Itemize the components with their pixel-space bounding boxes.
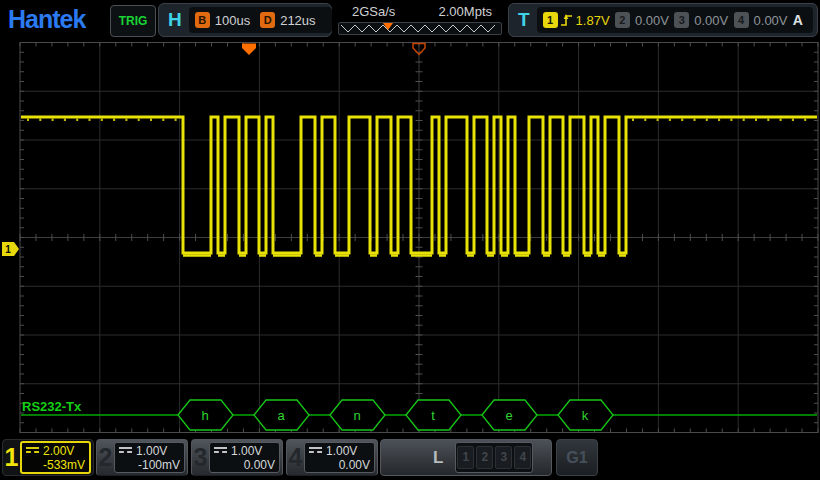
channel1-dc-coupling-icon	[26, 447, 39, 456]
channel2-dc-coupling-icon	[119, 447, 132, 456]
decoded-character: h	[201, 408, 208, 423]
channel4-panel[interactable]: 4 1.00V 0.00V	[286, 439, 378, 476]
channel3-scale: 1.00V	[231, 444, 262, 458]
delay-icon: D	[260, 12, 275, 28]
logic-channels-panel[interactable]: L 1 2 3 4	[380, 439, 552, 476]
top-status-bar: Hantek TRIG H B 100us D 212us 2GSa/s 2.0…	[0, 0, 820, 40]
oscilloscope-screen: Hantek TRIG H B 100us D 212us 2GSa/s 2.0…	[0, 0, 820, 480]
horizontal-label: H	[159, 9, 189, 31]
memory-position-bar[interactable]	[338, 22, 502, 35]
acquisition-info: 2GSa/s 2.00Mpts	[338, 2, 502, 38]
delay-value: 212us	[280, 13, 315, 28]
logic-digits-box: 1 2 3 4	[455, 442, 533, 473]
trigger-values-box: 1 1.87V 2 0.00V 3 0.00V 4 0.	[537, 7, 813, 33]
logic-digit-3: 3	[495, 446, 512, 469]
logic-panel-label: L	[433, 448, 443, 468]
trigger-label: T	[509, 9, 537, 31]
channel1-number: 1	[3, 443, 20, 472]
decoded-character: t	[431, 408, 435, 423]
sample-rate: 2GSa/s	[352, 2, 395, 22]
channel1-settings-box: 2.00V -533mV	[20, 441, 91, 474]
channel2-settings-box: 1.00V -100mV	[114, 442, 185, 473]
horizontal-values-box: B 100us D 212us	[189, 7, 332, 33]
trigger-ch4-level: 0.00V	[754, 13, 788, 28]
graticule-grid	[20, 43, 818, 433]
acquisition-mode-indicator: A	[793, 12, 803, 28]
channel1-scale: 2.00V	[43, 444, 74, 458]
decoded-character: a	[277, 408, 285, 423]
trigger-source-badge: 1	[543, 12, 558, 28]
trigger-level-value: 1.87V	[576, 13, 610, 28]
channel3-panel[interactable]: 3 1.00V 0.00V	[191, 439, 283, 476]
channel3-dc-coupling-icon	[214, 447, 227, 456]
memory-depth: 2.00Mpts	[439, 2, 492, 22]
logic-digit-2: 2	[476, 446, 493, 469]
decoded-character: k	[582, 408, 589, 423]
logic-digit-4: 4	[514, 446, 531, 469]
ch1-ground-marker[interactable]: 1	[2, 242, 19, 256]
horizontal-panel[interactable]: H B 100us D 212us	[158, 3, 332, 37]
ch1-ground-marker-label: 1	[5, 244, 11, 255]
trigger-time-marker-icon[interactable]	[242, 44, 256, 56]
rising-edge-icon	[560, 12, 573, 28]
trigger-ch3-level: 0.00V	[694, 13, 728, 28]
decoded-character: e	[505, 408, 512, 423]
logic-digit-1: 1	[457, 446, 474, 469]
trigger-ch3-badge: 3	[674, 12, 689, 28]
channel2-scale: 1.00V	[136, 444, 167, 458]
channel3-offset: 0.00V	[214, 458, 275, 472]
channel1-offset: -533mV	[26, 458, 85, 472]
channel4-dc-coupling-icon	[309, 447, 322, 456]
channel4-settings-box: 1.00V 0.00V	[304, 442, 375, 473]
timebase-icon: B	[195, 12, 210, 28]
waveform-display-area: 1 RS232-Tx hantek	[0, 40, 820, 437]
channel3-number: 3	[192, 443, 209, 472]
scope-graticule-canvas: 1 RS232-Tx hantek	[0, 40, 820, 437]
trigger-ch4-badge: 4	[734, 12, 749, 28]
trigger-ch2-level: 0.00V	[635, 13, 669, 28]
g1-generator-panel[interactable]: G1	[556, 439, 598, 476]
brand-logo: Hantek	[8, 5, 85, 34]
trigger-panel[interactable]: T 1 1.87V 2 0.00V 3 0.00V	[508, 3, 818, 37]
decoded-character: n	[353, 408, 360, 423]
timebase-value: 100us	[215, 13, 250, 28]
decode-bus-label: RS232-Tx	[22, 399, 82, 414]
channel4-offset: 0.00V	[309, 458, 370, 472]
trigger-status-badge: TRIG	[110, 5, 156, 37]
channel1-panel[interactable]: 1 2.00V -533mV	[2, 439, 94, 476]
bottom-status-bar: 1 2.00V -533mV 2 1.00V -100mV 3	[0, 437, 820, 480]
channel4-number: 4	[287, 443, 304, 472]
trigger-ch2-badge: 2	[615, 12, 630, 28]
channel2-number: 2	[97, 443, 114, 472]
rs232-decode-track: hantek	[21, 400, 817, 430]
channel2-panel[interactable]: 2 1.00V -100mV	[96, 439, 188, 476]
channel3-settings-box: 1.00V 0.00V	[209, 442, 280, 473]
channel2-offset: -100mV	[119, 458, 180, 472]
channel4-scale: 1.00V	[326, 444, 357, 458]
memory-zigzag-icon	[339, 23, 499, 34]
